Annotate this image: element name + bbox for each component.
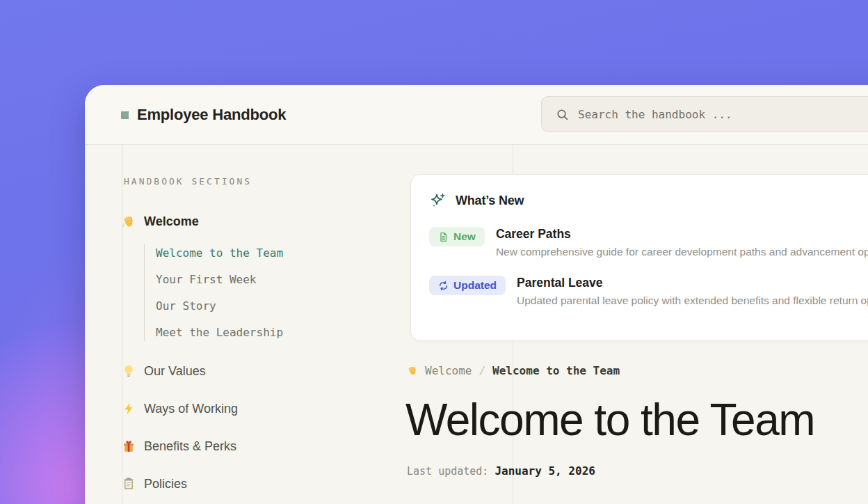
subnav-item-welcome-to-the-team[interactable]: Welcome to the Team <box>156 246 283 262</box>
wave-emoji <box>122 215 136 229</box>
breadcrumb-separator: / <box>479 364 485 377</box>
sidebar-item-ways-of-working[interactable]: Ways of Working <box>122 400 238 417</box>
clipboard-emoji <box>122 477 136 491</box>
new-badge: New <box>429 227 485 246</box>
app-title: Employee Handbook <box>137 106 286 124</box>
sidebar-item-policies[interactable]: Policies <box>122 475 238 492</box>
sidebar-item-benefits-perks[interactable]: Benefits & Perks <box>122 438 238 455</box>
sidebar-item-label: Welcome <box>144 214 199 229</box>
subnav-item-our-story[interactable]: Our Story <box>156 299 283 315</box>
whats-new-title: What’s New <box>456 194 524 208</box>
last-updated-value: January 5, 2026 <box>495 464 595 478</box>
subnav-indent-line <box>144 244 145 341</box>
sidebar-sections: Our Values Ways of Working <box>122 363 238 504</box>
sidebar-item-label: Benefits & Perks <box>144 439 236 454</box>
search-input[interactable] <box>578 108 868 121</box>
sidebar-item-label: Our Values <box>144 364 206 379</box>
gift-emoji <box>122 439 136 453</box>
app-brand: Employee Handbook <box>121 85 286 145</box>
updated-badge: Updated <box>429 276 506 295</box>
refresh-icon <box>438 281 449 291</box>
badge-label: Updated <box>453 279 497 292</box>
whats-new-card: What’s New New Career Paths New compr <box>410 174 868 341</box>
sidebar-item-welcome[interactable]: Welcome <box>122 214 199 229</box>
bolt-emoji <box>122 402 136 416</box>
whats-new-item-title: Career Paths <box>496 227 868 242</box>
whats-new-item-text: Career Paths New comprehensive guide for… <box>496 227 868 258</box>
bulb-emoji <box>122 364 136 378</box>
breadcrumb: Welcome / Welcome to the Team <box>407 364 620 377</box>
document-icon <box>438 232 449 242</box>
whats-new-list: New Career Paths New comprehensive guide… <box>429 227 868 307</box>
app-header: Employee Handbook <box>85 85 868 145</box>
sidebar-item-our-values[interactable]: Our Values <box>122 363 238 379</box>
sidebar-subnav: Welcome to the Team Your First Week Our … <box>156 246 283 352</box>
whats-new-item-parental-leave[interactable]: Updated Parental Leave Updated parental … <box>429 276 868 307</box>
badge-label: New <box>453 230 476 243</box>
desktop-background: Employee Handbook HANDBOOK SECTIONS <box>0 0 868 504</box>
page-title: Welcome to the Team <box>405 394 814 446</box>
subnav-item-your-first-week[interactable]: Your First Week <box>156 273 283 288</box>
last-updated-label: Last updated: <box>407 465 488 478</box>
whats-new-item-title: Parental Leave <box>517 276 868 290</box>
wave-emoji <box>407 365 418 377</box>
sparkle-icon <box>429 192 447 210</box>
app-window: Employee Handbook HANDBOOK SECTIONS <box>85 85 868 504</box>
whats-new-item-description: Updated parental leave policy with exten… <box>517 294 868 307</box>
whats-new-item-description: New comprehensive guide for career devel… <box>496 246 868 258</box>
logo-icon <box>121 111 129 119</box>
breadcrumb-section[interactable]: Welcome <box>425 364 472 377</box>
sidebar-heading: HANDBOOK SECTIONS <box>124 176 252 187</box>
sidebar-item-label: Policies <box>144 477 187 491</box>
whats-new-header: What’s New <box>429 192 868 210</box>
subnav-item-meet-the-leadership[interactable]: Meet the Leadership <box>156 326 283 341</box>
breadcrumb-current-page: Welcome to the Team <box>492 364 620 377</box>
last-updated-row: Last updated: January 5, 2026 <box>407 464 595 478</box>
whats-new-item-text: Parental Leave Updated parental leave po… <box>517 276 868 307</box>
sidebar-item-label: Ways of Working <box>144 402 238 416</box>
search-icon <box>556 108 569 121</box>
search-bar[interactable] <box>541 96 868 132</box>
whats-new-item-career-paths[interactable]: New Career Paths New comprehensive guide… <box>429 227 868 258</box>
